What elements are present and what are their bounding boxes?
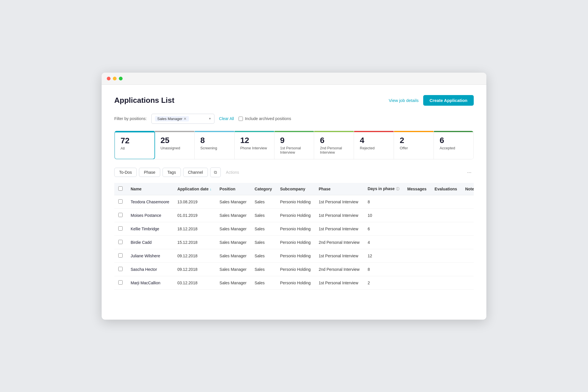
col-label-subcompany: Subcompany	[280, 187, 305, 191]
cell-phase-2: 1st Personal Interview	[315, 222, 363, 236]
select-all-header	[114, 183, 127, 195]
col-label-app_date: Application date	[177, 187, 209, 191]
row-select-checkbox-0[interactable]	[118, 199, 123, 204]
cell-category-1: Sales	[251, 209, 276, 222]
stat-number-all: 72	[121, 136, 149, 145]
cell-subcompany-4: Personio Holding	[276, 249, 315, 263]
remove-tag-icon[interactable]: ✕	[183, 117, 187, 121]
cell-phase-4: 1st Personal Interview	[315, 249, 363, 263]
select-all-checkbox[interactable]	[118, 186, 123, 191]
stat-number-offer: 2	[400, 136, 428, 145]
phase-button[interactable]: Phase	[139, 168, 160, 177]
cell-messages-0	[403, 195, 431, 209]
row-select-checkbox-2[interactable]	[118, 226, 123, 231]
col-label-messages: Messages	[407, 187, 427, 191]
cell-days_in_phase-6: 2	[363, 276, 403, 290]
channel-button[interactable]: Channel	[183, 168, 208, 177]
archive-checkbox-input[interactable]	[239, 117, 243, 121]
cell-notes-6	[461, 276, 474, 290]
applications-table: NameApplication date↓PositionCategorySub…	[114, 183, 474, 290]
stat-label-accepted: Accepted	[440, 146, 468, 150]
table-row[interactable]: Moises Postance01.01.2019Sales ManagerSa…	[114, 209, 474, 222]
row-select-checkbox-4[interactable]	[118, 253, 123, 258]
col-header-app_date[interactable]: Application date↓	[173, 183, 216, 195]
filter-label: Filter by positions:	[114, 116, 147, 121]
table-row[interactable]: Kellie Timbridge18.12.2018Sales ManagerS…	[114, 222, 474, 236]
top-actions: View job details Create Application	[389, 95, 474, 106]
row-select-checkbox-5[interactable]	[118, 267, 123, 271]
col-label-notes: Notes	[465, 187, 474, 191]
stat-number-accepted: 6	[440, 136, 468, 145]
cell-messages-3	[403, 236, 431, 249]
cell-position-0: Sales Manager	[216, 195, 251, 209]
stat-label-offer: Offer	[400, 146, 428, 150]
stat-card-unassigned[interactable]: 25 Unassigned	[155, 131, 195, 159]
cell-app_date-4: 09.12.2018	[173, 249, 216, 263]
stat-label-unassigned: Unassigned	[160, 146, 189, 150]
stat-number-rejected: 4	[360, 136, 388, 145]
stat-label-phone: Phone Interview	[240, 146, 268, 150]
cell-days_in_phase-0: 8	[363, 195, 403, 209]
filter-row: Filter by positions: Sales Manager ✕ ▾ C…	[114, 114, 474, 124]
row-select-checkbox-1[interactable]	[118, 213, 123, 217]
col-header-evaluations: Evaluations	[431, 183, 461, 195]
stat-label-rejected: Rejected	[360, 146, 388, 150]
view-job-link[interactable]: View job details	[389, 98, 419, 103]
table-row[interactable]: Teodora Chasemoore13.08.2019Sales Manage…	[114, 195, 474, 209]
cell-subcompany-1: Personio Holding	[276, 209, 315, 222]
stat-card-all[interactable]: 72 All	[114, 131, 155, 160]
stat-card-screening[interactable]: 8 Screening	[195, 131, 235, 159]
clear-all-button[interactable]: Clear All	[219, 116, 234, 121]
cell-messages-2	[403, 222, 431, 236]
stat-number-unassigned: 25	[160, 136, 189, 145]
stat-card-accepted[interactable]: 6 Accepted	[434, 131, 473, 159]
col-header-phase: Phase	[315, 183, 363, 195]
toolbar: To-Dos Phase Tags Channel ⧉ Actions ···	[114, 167, 474, 177]
cell-app_date-5: 09.12.2018	[173, 263, 216, 276]
cell-phase-1: 1st Personal Interview	[315, 209, 363, 222]
table-row[interactable]: Marji MacCallion03.12.2018Sales ManagerS…	[114, 276, 474, 290]
main-content: Applications List View job details Creat…	[102, 85, 486, 300]
stat-card-personal2[interactable]: 6 2nd Personal Interview	[314, 131, 354, 159]
col-label-name: Name	[131, 187, 142, 191]
row-select-checkbox-3[interactable]	[118, 240, 123, 244]
row-select-checkbox-6[interactable]	[118, 280, 123, 285]
stat-card-personal1[interactable]: 9 1st Personal Interview	[274, 131, 314, 159]
cell-notes-0	[461, 195, 474, 209]
stat-number-phone: 12	[240, 136, 268, 145]
filter-icon: ⧉	[214, 170, 217, 175]
stat-card-offer[interactable]: 2 Offer	[394, 131, 434, 159]
more-options-button[interactable]: ···	[465, 168, 474, 177]
col-label-phase: Phase	[319, 187, 330, 191]
cell-subcompany-3: Personio Holding	[276, 236, 315, 249]
stat-card-rejected[interactable]: 4 Rejected	[354, 131, 394, 159]
col-label-position: Position	[220, 187, 235, 191]
position-filter-select[interactable]: Sales Manager ✕ ▾	[151, 114, 214, 124]
table-row[interactable]: Birdie Cadd15.12.2018Sales ManagerSalesP…	[114, 236, 474, 249]
cell-app_date-2: 18.12.2018	[173, 222, 216, 236]
titlebar	[102, 73, 486, 85]
cell-days_in_phase-5: 8	[363, 263, 403, 276]
chevron-down-icon: ▾	[209, 117, 211, 121]
stat-card-phone[interactable]: 12 Phone Interview	[235, 131, 274, 159]
cell-category-4: Sales	[251, 249, 276, 263]
tags-button[interactable]: Tags	[163, 168, 181, 177]
cell-evaluations-3	[431, 236, 461, 249]
table-row[interactable]: Sascha Hector09.12.2018Sales ManagerSale…	[114, 263, 474, 276]
cell-app_date-0: 13.08.2019	[173, 195, 216, 209]
cell-subcompany-5: Personio Holding	[276, 263, 315, 276]
maximize-dot[interactable]	[119, 77, 123, 80]
selected-position-tag: Sales Manager ✕	[155, 116, 189, 121]
top-bar: Applications List View job details Creat…	[114, 95, 474, 106]
todos-button[interactable]: To-Dos	[114, 168, 137, 177]
minimize-dot[interactable]	[113, 77, 117, 80]
col-label-days_in_phase: Days in phase	[368, 186, 394, 191]
cell-position-5: Sales Manager	[216, 263, 251, 276]
table-row[interactable]: Juliane Wilshere09.12.2018Sales ManagerS…	[114, 249, 474, 263]
cell-phase-0: 1st Personal Interview	[315, 195, 363, 209]
close-dot[interactable]	[107, 77, 111, 80]
cell-category-0: Sales	[251, 195, 276, 209]
filter-icon-button[interactable]: ⧉	[210, 167, 221, 177]
info-icon-days_in_phase: ⓘ	[396, 187, 399, 191]
create-application-button[interactable]: Create Application	[423, 95, 474, 106]
